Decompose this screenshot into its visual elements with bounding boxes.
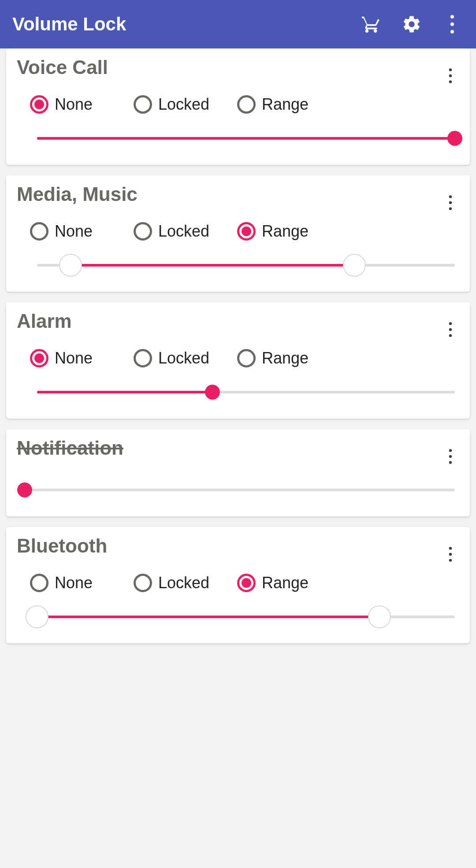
svg-point-15 — [449, 547, 452, 549]
svg-point-0 — [450, 15, 454, 19]
svg-point-10 — [449, 328, 452, 331]
radio-label: None — [55, 574, 93, 592]
radio-icon — [30, 574, 48, 592]
radio-option-none[interactable]: None — [30, 95, 134, 114]
volume-card: BluetoothNoneLockedRange — [6, 527, 470, 643]
slider-track — [25, 489, 455, 491]
radio-label: Range — [262, 349, 309, 367]
radio-label: None — [55, 349, 93, 367]
radio-icon — [30, 95, 48, 114]
radio-option-none[interactable]: None — [30, 222, 134, 241]
radio-row: NoneLockedRange — [17, 574, 459, 592]
radio-label: Locked — [158, 574, 209, 592]
slider-thumb-low[interactable] — [59, 254, 82, 277]
volume-slider[interactable] — [25, 481, 455, 499]
radio-option-locked[interactable]: Locked — [134, 95, 237, 114]
card-title: Notification — [17, 437, 442, 459]
overflow-menu-icon[interactable] — [441, 13, 464, 36]
card-overflow-icon[interactable] — [442, 189, 459, 216]
volume-card: Media, MusicNoneLockedRange — [6, 175, 470, 292]
svg-point-4 — [449, 74, 452, 77]
cart-icon[interactable] — [360, 13, 383, 36]
radio-icon — [237, 95, 256, 114]
svg-point-16 — [449, 553, 452, 556]
svg-point-8 — [449, 207, 452, 210]
radio-row: NoneLockedRange — [17, 95, 459, 114]
range-slider[interactable] — [37, 256, 455, 274]
radio-icon — [134, 95, 152, 114]
slider-fill — [71, 264, 355, 267]
card-title: Alarm — [17, 310, 442, 332]
volume-card: Notification — [6, 429, 470, 516]
card-overflow-icon[interactable] — [442, 541, 459, 568]
radio-label: Range — [262, 574, 309, 592]
svg-point-11 — [449, 334, 452, 337]
slider-thumb-low[interactable] — [26, 605, 48, 628]
radio-option-none[interactable]: None — [30, 349, 134, 367]
slider-fill — [37, 391, 212, 393]
slider-fill — [37, 616, 379, 618]
card-title: Media, Music — [17, 183, 442, 205]
volume-card: Voice CallNoneLockedRange — [6, 48, 470, 165]
svg-point-14 — [449, 461, 452, 464]
radio-option-locked[interactable]: Locked — [134, 222, 237, 241]
radio-option-range[interactable]: Range — [237, 349, 341, 367]
radio-icon — [134, 574, 152, 592]
volume-slider[interactable] — [37, 383, 455, 401]
radio-label: Range — [262, 222, 309, 241]
svg-point-17 — [449, 559, 452, 561]
radio-option-locked[interactable]: Locked — [134, 574, 237, 592]
card-title: Voice Call — [17, 56, 442, 78]
radio-option-none[interactable]: None — [30, 574, 134, 592]
radio-icon — [134, 349, 152, 367]
slider-thumb[interactable] — [447, 131, 462, 146]
card-overflow-icon[interactable] — [442, 443, 459, 470]
svg-point-13 — [449, 455, 452, 458]
range-slider[interactable] — [37, 608, 455, 626]
volume-slider[interactable] — [37, 130, 455, 147]
radio-label: None — [55, 95, 93, 114]
svg-point-5 — [449, 80, 452, 83]
svg-point-9 — [449, 322, 452, 325]
radio-label: Locked — [158, 349, 209, 367]
radio-option-range[interactable]: Range — [237, 574, 341, 592]
slider-thumb-high[interactable] — [343, 254, 366, 277]
radio-icon — [237, 349, 256, 367]
volume-card: AlarmNoneLockedRange — [6, 302, 470, 419]
radio-label: Locked — [158, 95, 209, 114]
radio-label: Range — [262, 95, 309, 114]
radio-option-range[interactable]: Range — [237, 222, 341, 241]
svg-point-3 — [449, 68, 452, 71]
slider-thumb-high[interactable] — [368, 605, 391, 628]
slider-fill — [37, 137, 455, 140]
svg-point-1 — [450, 22, 454, 26]
card-title: Bluetooth — [17, 535, 442, 557]
radio-label: Locked — [158, 222, 209, 241]
svg-point-12 — [449, 449, 452, 452]
svg-point-2 — [450, 30, 454, 33]
radio-option-range[interactable]: Range — [237, 95, 341, 114]
radio-icon — [237, 222, 256, 241]
radio-icon — [134, 222, 152, 241]
card-overflow-icon[interactable] — [442, 63, 459, 89]
slider-thumb[interactable] — [205, 385, 220, 400]
app-title: Volume Lock — [12, 14, 342, 35]
svg-point-7 — [449, 201, 452, 204]
app-bar: Volume Lock — [0, 0, 476, 48]
card-overflow-icon[interactable] — [442, 316, 459, 343]
radio-label: None — [55, 222, 93, 241]
radio-row: NoneLockedRange — [17, 349, 459, 367]
settings-icon[interactable] — [400, 13, 423, 36]
radio-icon — [237, 574, 256, 592]
radio-icon — [30, 222, 48, 241]
radio-icon — [30, 349, 48, 367]
radio-option-locked[interactable]: Locked — [134, 349, 237, 367]
slider-thumb[interactable] — [17, 482, 32, 497]
svg-point-6 — [449, 195, 452, 198]
radio-row: NoneLockedRange — [17, 222, 459, 241]
